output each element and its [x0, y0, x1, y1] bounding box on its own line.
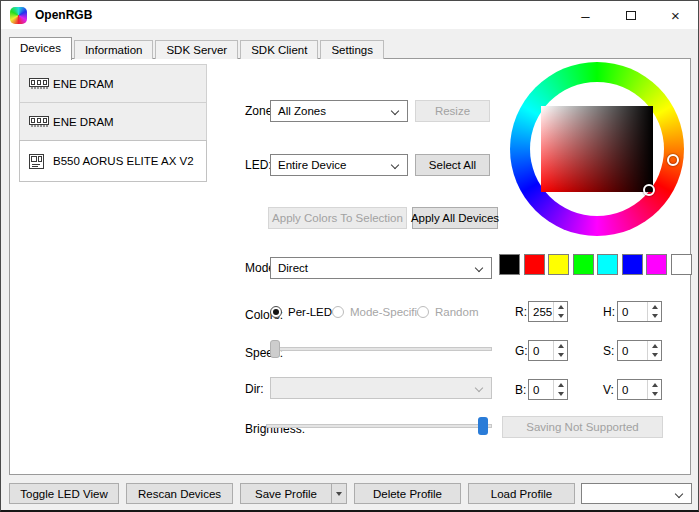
led-combobox-value: Entire Device [278, 159, 346, 171]
spin-down-icon[interactable] [648, 390, 661, 400]
spin-up-icon[interactable] [648, 302, 661, 312]
chevron-down-icon [475, 264, 483, 272]
h-label: H: [603, 305, 615, 319]
s-label: S: [603, 344, 614, 358]
close-button[interactable]: × [653, 1, 698, 29]
spin-down-icon[interactable] [648, 351, 661, 361]
led-combobox[interactable]: Entire Device [270, 154, 408, 176]
saturation-value-selector[interactable] [643, 184, 655, 196]
device-item-ene-dram-1[interactable]: ENE DRAM [19, 64, 207, 103]
speed-slider-handle [270, 340, 280, 358]
title-bar: OpenRGB – × [1, 1, 698, 29]
device-item-ene-dram-2[interactable]: ENE DRAM [19, 102, 207, 141]
spin-down-icon[interactable] [648, 312, 661, 322]
color-swatch-cyan[interactable] [597, 254, 618, 275]
s-spinbox[interactable]: 0 [617, 340, 662, 361]
b-spinbox[interactable]: 0 [528, 379, 568, 400]
b-spin-arrows [553, 380, 567, 399]
tab-sdk-server[interactable]: SDK Server [155, 40, 238, 59]
color-wheel[interactable] [510, 62, 684, 236]
color-swatch-blue[interactable] [622, 254, 643, 275]
v-spin-arrows [647, 380, 661, 399]
delete-profile-button[interactable]: Delete Profile [354, 483, 461, 504]
window-title: OpenRGB [35, 8, 92, 22]
device-item-label: ENE DRAM [53, 78, 114, 90]
dram-icon [29, 77, 53, 90]
spin-up-icon[interactable] [648, 341, 661, 351]
s-value: 0 [618, 341, 647, 360]
resize-button: Resize [415, 100, 490, 122]
radio-per-led[interactable]: Per-LED [270, 306, 332, 318]
r-spin-arrows [553, 302, 567, 321]
saturation-value-square[interactable] [541, 106, 653, 192]
speed-slider [270, 339, 492, 359]
h-spinbox[interactable]: 0 [617, 301, 662, 322]
openrgb-logo-icon [10, 7, 27, 24]
chevron-down-icon [675, 490, 683, 498]
profile-combobox[interactable] [581, 483, 692, 504]
tab-sdk-client[interactable]: SDK Client [240, 40, 318, 59]
tab-bar: Devices Information SDK Server SDK Clien… [9, 36, 386, 59]
color-swatch-black[interactable] [499, 254, 520, 275]
color-swatch-green[interactable] [573, 254, 594, 275]
save-profile-dropdown-button[interactable] [331, 483, 347, 504]
dir-label: Dir: [245, 382, 264, 396]
g-label: G: [515, 344, 528, 358]
spin-up-icon[interactable] [554, 380, 567, 390]
device-item-label: B550 AORUS ELITE AX V2 [53, 155, 194, 167]
g-spinbox[interactable]: 0 [528, 340, 568, 361]
mode-combobox-value: Direct [278, 262, 308, 274]
radio-circle-icon [417, 306, 429, 318]
mode-combobox[interactable]: Direct [270, 257, 492, 279]
spin-down-icon[interactable] [554, 390, 567, 400]
v-value: 0 [618, 380, 647, 399]
radio-label: Random [435, 306, 478, 318]
r-value: 255 [529, 302, 553, 321]
dram-icon [29, 115, 53, 128]
load-profile-button[interactable]: Load Profile [468, 483, 575, 504]
led-label: LED: [245, 158, 272, 172]
spin-down-icon[interactable] [554, 351, 567, 361]
radio-mode-specific: Mode-Specific [332, 306, 423, 318]
brightness-slider[interactable] [266, 416, 492, 436]
chevron-down-icon [391, 161, 399, 169]
maximize-button[interactable] [608, 1, 653, 29]
hue-selector[interactable] [667, 154, 679, 166]
select-all-button[interactable]: Select All [415, 154, 490, 176]
apply-all-devices-button[interactable]: Apply All Devices [412, 207, 498, 229]
spin-up-icon[interactable] [554, 302, 567, 312]
rescan-devices-button[interactable]: Rescan Devices [126, 483, 233, 504]
color-swatch-yellow[interactable] [548, 254, 569, 275]
toggle-led-view-button[interactable]: Toggle LED View [9, 483, 119, 504]
chevron-down-icon [475, 384, 483, 392]
color-swatch-white[interactable] [671, 254, 692, 275]
color-swatch-magenta[interactable] [646, 254, 667, 275]
brightness-slider-handle[interactable] [478, 417, 488, 435]
s-spin-arrows [647, 341, 661, 360]
spin-down-icon[interactable] [554, 312, 567, 322]
h-value: 0 [618, 302, 647, 321]
devices-pane: ENE DRAM ENE DRAM [9, 58, 691, 475]
saving-not-supported-button: Saving Not Supported [502, 416, 663, 438]
tab-information[interactable]: Information [74, 40, 154, 59]
tab-devices[interactable]: Devices [9, 37, 72, 60]
device-item-label: ENE DRAM [53, 116, 114, 128]
minimize-button[interactable]: – [563, 1, 608, 29]
device-item-b550-aorus[interactable]: B550 AORUS ELITE AX V2 [19, 140, 207, 182]
spin-up-icon[interactable] [554, 341, 567, 351]
window-controls: – × [563, 1, 698, 29]
save-profile-button[interactable]: Save Profile [240, 483, 332, 504]
b-label: B: [515, 383, 526, 397]
spin-up-icon[interactable] [648, 380, 661, 390]
maximize-icon [626, 11, 636, 20]
v-spinbox[interactable]: 0 [617, 379, 662, 400]
brightness-slider-groove [266, 424, 492, 428]
r-spinbox[interactable]: 255 [528, 301, 568, 322]
tab-settings[interactable]: Settings [320, 40, 384, 59]
zone-combobox[interactable]: All Zones [270, 100, 408, 122]
radio-circle-icon [270, 306, 282, 318]
radio-random: Random [417, 306, 478, 318]
color-swatch-red[interactable] [524, 254, 545, 275]
radio-circle-icon [332, 306, 344, 318]
zone-combobox-value: All Zones [278, 105, 326, 117]
